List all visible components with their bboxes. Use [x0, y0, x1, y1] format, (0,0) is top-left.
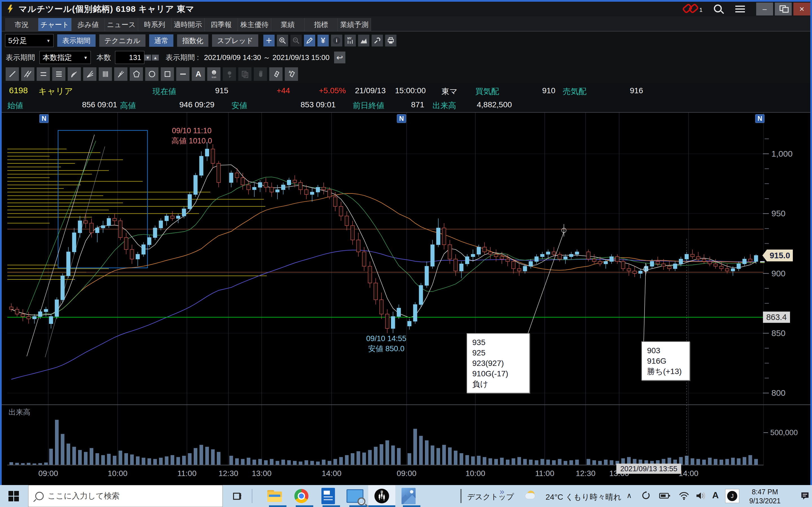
file-explorer-icon[interactable]: [266, 487, 284, 505]
draw-tool-three-horizontal-lines-icon[interactable]: [52, 67, 65, 81]
volume-panel-label: 出来高: [8, 407, 31, 417]
draw-tool-fan-lines-icon[interactable]: [83, 67, 96, 81]
toolbar-button-スプレッド[interactable]: スプレッド: [212, 34, 258, 47]
open-app-indicator: [296, 505, 313, 507]
window-border-left: [0, 0, 2, 485]
count-step-up[interactable]: ▲: [152, 55, 159, 61]
photos-app-icon[interactable]: [400, 487, 417, 505]
reload-period-button[interactable]: ↩: [334, 52, 345, 63]
ime-mode-icon[interactable]: A: [712, 490, 719, 501]
tab-適時開示[interactable]: 適時開示: [171, 18, 205, 31]
taskbar-divider: [252, 489, 252, 503]
taskbar-clock[interactable]: 8:47 PM 9/13/2021: [747, 487, 783, 505]
yen-icon[interactable]: ¥: [317, 35, 329, 47]
task-view-button[interactable]: [228, 487, 246, 505]
draw-tool-rectangle-icon[interactable]: [161, 67, 174, 81]
tray-expand-icon[interactable]: ∧: [626, 491, 632, 500]
menu-icon[interactable]: [735, 4, 745, 14]
quote-date: 21/09/13: [355, 86, 386, 95]
speaker-icon[interactable]: [695, 491, 707, 501]
area-chart-icon[interactable]: [358, 35, 369, 47]
pencil-icon[interactable]: [304, 35, 315, 47]
toolbar-button-表示期間[interactable]: 表示期間: [57, 34, 96, 47]
svg-text:N: N: [399, 115, 404, 122]
search-icon[interactable]: [714, 4, 723, 13]
svg-text:12:30: 12:30: [576, 469, 596, 478]
print-icon[interactable]: [385, 35, 396, 47]
wifi-icon[interactable]: [678, 491, 690, 501]
taskbar-search-input[interactable]: ここに入力して検索: [28, 485, 223, 507]
desktop-toolbar-chevron[interactable]: »: [500, 487, 504, 496]
chrome-icon[interactable]: [292, 487, 310, 505]
draw-tool-ellipse-icon[interactable]: [145, 67, 158, 81]
trade-note-box-2[interactable]: 903 916G 勝ち(+13): [642, 341, 690, 381]
draw-tool-trend-line-icon[interactable]: [6, 67, 19, 81]
toolbar-button-指数化[interactable]: 指数化: [177, 34, 208, 47]
windows-taskbar: ここに入力して検索: [0, 485, 812, 507]
tab-四季報[interactable]: 四季報: [205, 18, 238, 31]
toolbar-button-通常[interactable]: 通常: [149, 34, 173, 47]
zoom-in-icon[interactable]: [277, 35, 288, 47]
weather-icon[interactable]: [525, 489, 535, 503]
period-mode-dropdown[interactable]: 本数指定 ▼: [40, 51, 91, 64]
toolbar-buttons: 表示期間テクニカル通常指数化スプレッド: [54, 34, 258, 47]
tab-歩み値[interactable]: 歩み値: [71, 18, 105, 31]
draw-tool-parallel-lines-icon[interactable]: [21, 67, 35, 81]
tab-株主優待[interactable]: 株主優待: [238, 18, 271, 31]
info-icon[interactable]: i: [331, 35, 342, 47]
tray-sync-icon[interactable]: [641, 491, 651, 501]
tab-ニュース[interactable]: ニュース: [105, 18, 138, 31]
draw-tool-icon-stamp-icon[interactable]: icon: [207, 67, 220, 81]
draw-tool-two-horizontal-lines-icon[interactable]: [37, 67, 50, 81]
draw-tool-text-icon[interactable]: A: [192, 67, 205, 81]
notification-center-icon[interactable]: [800, 491, 810, 503]
tab-業績予測[interactable]: 業績予測: [338, 18, 371, 31]
quote2-label-始値: 始値: [7, 100, 23, 111]
start-button[interactable]: [4, 487, 22, 505]
toolbar-icons: +¥iMY: [261, 35, 396, 47]
chart-area[interactable]: 1,000950900850800915.0863.4500,00009:001…: [0, 112, 812, 485]
link-icon[interactable]: 1: [683, 5, 703, 13]
ime-tool-icon[interactable]: J: [725, 489, 739, 503]
tab-指標[interactable]: 指標: [305, 18, 338, 31]
blue-app-icon[interactable]: [319, 487, 337, 505]
draw-tool-pitchfork-icon[interactable]: [114, 67, 128, 81]
active-app-indicator: [368, 505, 395, 507]
count-step-down[interactable]: ▼: [144, 55, 151, 61]
app-logo-icon: [6, 4, 15, 14]
tab-時系列[interactable]: 時系列: [138, 18, 171, 31]
link-count-badge: 1: [699, 7, 702, 13]
battery-icon[interactable]: [659, 492, 670, 501]
draw-tool-eraser-icon[interactable]: [269, 67, 283, 81]
candlestick-chart[interactable]: 1,000950900850800915.0863.4500,00009:001…: [0, 112, 812, 485]
minimize-button[interactable]: –: [756, 3, 773, 15]
draw-tool-horizontal-segment-icon[interactable]: [176, 67, 190, 81]
desktop-toolbar-label[interactable]: デスクトップ: [467, 492, 514, 502]
quote2-label-出来高: 出来高: [433, 100, 456, 111]
interval-dropdown[interactable]: 5分足 ▼: [5, 34, 54, 47]
draw-tool-pentagon-icon[interactable]: [130, 67, 143, 81]
snipping-tool-icon[interactable]: [346, 487, 364, 505]
trading-app-icon[interactable]: R: [373, 487, 391, 505]
crosshair-icon[interactable]: +: [263, 35, 274, 47]
draw-tool-eraser-all-icon[interactable]: A: [285, 67, 298, 81]
restore-button[interactable]: [775, 3, 792, 15]
close-button[interactable]: ×: [794, 3, 810, 15]
wrench-icon[interactable]: [371, 35, 383, 47]
my-chart-icon[interactable]: MY: [345, 35, 356, 47]
count-input[interactable]: 131: [115, 51, 144, 64]
tab-業績[interactable]: 業績: [271, 18, 305, 31]
svg-text:N: N: [758, 115, 762, 122]
draw-tool-fibonacci-arcs-icon[interactable]: [68, 67, 81, 81]
svg-text:A: A: [289, 70, 291, 73]
zoom-out-icon[interactable]: [290, 35, 302, 47]
stock-code: 6198: [9, 86, 28, 95]
trade-note-box-1[interactable]: 935 925 923(927) 910G(-17) 負け: [467, 333, 530, 393]
toolbar-button-テクニカル[interactable]: テクニカル: [99, 34, 146, 47]
draw-tool-vertical-lines-icon[interactable]: [99, 67, 112, 81]
weather-text[interactable]: 24°C くもり時々晴れ: [546, 492, 621, 503]
tab-市況[interactable]: 市況: [5, 18, 38, 31]
svg-text:10:00: 10:00: [108, 469, 128, 478]
tab-チャート[interactable]: チャート: [38, 18, 71, 31]
ask-price: 916: [630, 86, 643, 95]
